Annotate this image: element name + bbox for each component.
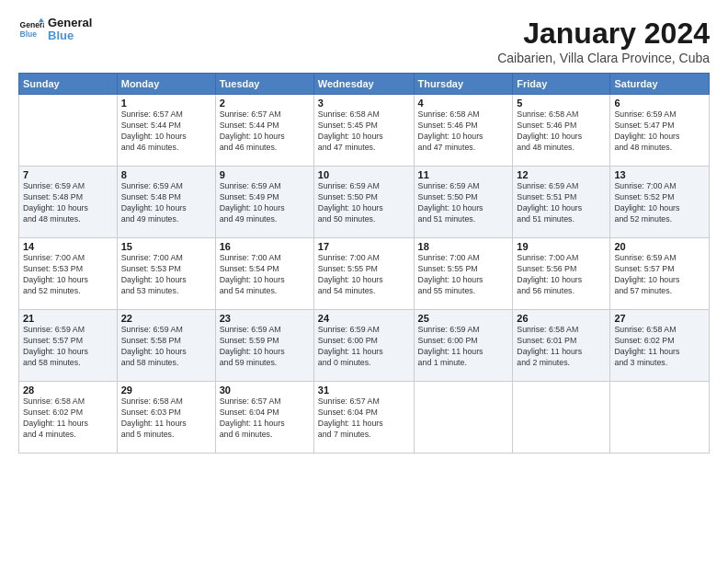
day-number: 14 [23, 241, 113, 252]
day-number: 28 [23, 385, 113, 396]
day-info: Sunrise: 6:59 AMSunset: 5:47 PMDaylight:… [614, 109, 705, 154]
day-number: 5 [517, 98, 606, 109]
weekday-header: Wednesday [313, 74, 414, 95]
day-number: 13 [614, 169, 705, 180]
calendar-cell: 1Sunrise: 6:57 AMSunset: 5:44 PMDaylight… [117, 95, 215, 167]
day-info: Sunrise: 6:58 AMSunset: 6:02 PMDaylight:… [614, 325, 705, 369]
day-number: 30 [220, 385, 310, 396]
calendar-cell: 24Sunrise: 6:59 AMSunset: 6:00 PMDayligh… [313, 310, 414, 382]
calendar-week-row: 7Sunrise: 6:59 AMSunset: 5:48 PMDaylight… [19, 167, 710, 238]
weekday-header: Sunday [19, 74, 118, 95]
day-info: Sunrise: 6:58 AMSunset: 6:01 PMDaylight:… [517, 325, 606, 369]
calendar-cell: 30Sunrise: 6:57 AMSunset: 6:04 PMDayligh… [215, 382, 313, 454]
calendar-cell: 2Sunrise: 6:57 AMSunset: 5:44 PMDaylight… [215, 95, 313, 167]
day-info: Sunrise: 6:59 AMSunset: 5:48 PMDaylight:… [121, 181, 211, 225]
calendar-cell: 27Sunrise: 6:58 AMSunset: 6:02 PMDayligh… [610, 310, 710, 382]
logo: General Blue General Blue [18, 17, 92, 43]
day-info: Sunrise: 6:58 AMSunset: 5:46 PMDaylight:… [517, 109, 606, 154]
day-number: 4 [418, 98, 509, 109]
day-info: Sunrise: 6:57 AMSunset: 5:44 PMDaylight:… [220, 109, 310, 154]
calendar-cell: 11Sunrise: 6:59 AMSunset: 5:50 PMDayligh… [414, 167, 513, 238]
day-info: Sunrise: 6:58 AMSunset: 6:03 PMDaylight:… [121, 396, 211, 441]
calendar-cell: 23Sunrise: 6:59 AMSunset: 5:59 PMDayligh… [215, 310, 313, 382]
weekday-header: Saturday [610, 74, 710, 95]
day-info: Sunrise: 6:59 AMSunset: 5:57 PMDaylight:… [23, 325, 113, 369]
day-info: Sunrise: 7:00 AMSunset: 5:52 PMDaylight:… [614, 181, 705, 225]
day-number: 12 [517, 169, 606, 180]
day-info: Sunrise: 6:59 AMSunset: 5:50 PMDaylight:… [418, 181, 509, 225]
calendar-cell: 14Sunrise: 7:00 AMSunset: 5:53 PMDayligh… [19, 238, 118, 310]
calendar-cell: 3Sunrise: 6:58 AMSunset: 5:45 PMDaylight… [313, 95, 414, 167]
day-info: Sunrise: 6:59 AMSunset: 5:50 PMDaylight:… [318, 181, 410, 225]
day-number: 16 [220, 241, 310, 252]
day-info: Sunrise: 6:59 AMSunset: 5:59 PMDaylight:… [220, 325, 310, 369]
day-info: Sunrise: 6:58 AMSunset: 5:46 PMDaylight:… [418, 109, 509, 154]
title-section: January 2024 Caibarien, Villa Clara Prov… [497, 17, 710, 65]
calendar-cell: 18Sunrise: 7:00 AMSunset: 5:55 PMDayligh… [414, 238, 513, 310]
svg-text:Blue: Blue [20, 29, 38, 39]
day-number: 26 [517, 313, 606, 324]
day-number: 6 [614, 98, 705, 109]
day-number: 9 [220, 169, 310, 180]
calendar-cell: 26Sunrise: 6:58 AMSunset: 6:01 PMDayligh… [513, 310, 610, 382]
location: Caibarien, Villa Clara Province, Cuba [497, 51, 710, 65]
calendar-table: SundayMondayTuesdayWednesdayThursdayFrid… [18, 73, 710, 454]
day-number: 27 [614, 313, 705, 324]
day-number: 3 [318, 98, 410, 109]
day-info: Sunrise: 6:59 AMSunset: 6:00 PMDaylight:… [318, 325, 410, 369]
weekday-header: Tuesday [215, 74, 313, 95]
calendar-cell: 21Sunrise: 6:59 AMSunset: 5:57 PMDayligh… [19, 310, 118, 382]
day-number: 17 [318, 241, 410, 252]
weekday-header: Thursday [414, 74, 513, 95]
day-info: Sunrise: 6:59 AMSunset: 5:48 PMDaylight:… [23, 181, 113, 225]
day-number: 7 [23, 169, 113, 180]
calendar-cell: 19Sunrise: 7:00 AMSunset: 5:56 PMDayligh… [513, 238, 610, 310]
calendar-cell: 20Sunrise: 6:59 AMSunset: 5:57 PMDayligh… [610, 238, 710, 310]
calendar-cell [610, 382, 710, 454]
calendar-cell: 8Sunrise: 6:59 AMSunset: 5:48 PMDaylight… [117, 167, 215, 238]
day-info: Sunrise: 6:59 AMSunset: 6:00 PMDaylight:… [418, 325, 509, 369]
logo-line2: Blue [48, 29, 92, 42]
day-info: Sunrise: 7:00 AMSunset: 5:53 PMDaylight:… [23, 253, 113, 297]
calendar-cell: 25Sunrise: 6:59 AMSunset: 6:00 PMDayligh… [414, 310, 513, 382]
logo-line1: General [48, 17, 92, 29]
calendar-cell: 10Sunrise: 6:59 AMSunset: 5:50 PMDayligh… [313, 167, 414, 238]
day-info: Sunrise: 6:57 AMSunset: 5:44 PMDaylight:… [121, 109, 211, 154]
day-info: Sunrise: 6:57 AMSunset: 6:04 PMDaylight:… [318, 396, 410, 441]
day-number: 22 [121, 313, 211, 324]
day-number: 21 [23, 313, 113, 324]
day-info: Sunrise: 7:00 AMSunset: 5:56 PMDaylight:… [517, 253, 606, 297]
day-info: Sunrise: 6:57 AMSunset: 6:04 PMDaylight:… [220, 396, 310, 441]
calendar-cell: 7Sunrise: 6:59 AMSunset: 5:48 PMDaylight… [19, 167, 118, 238]
day-number: 24 [318, 313, 410, 324]
calendar-cell [414, 382, 513, 454]
day-number: 23 [220, 313, 310, 324]
day-number: 25 [418, 313, 509, 324]
weekday-header: Monday [117, 74, 215, 95]
day-info: Sunrise: 7:00 AMSunset: 5:55 PMDaylight:… [418, 253, 509, 297]
calendar-week-row: 1Sunrise: 6:57 AMSunset: 5:44 PMDaylight… [19, 95, 710, 167]
calendar-cell: 31Sunrise: 6:57 AMSunset: 6:04 PMDayligh… [313, 382, 414, 454]
day-number: 31 [318, 385, 410, 396]
calendar-cell [513, 382, 610, 454]
day-info: Sunrise: 6:58 AMSunset: 6:02 PMDaylight:… [23, 396, 113, 441]
day-number: 29 [121, 385, 211, 396]
day-info: Sunrise: 7:00 AMSunset: 5:53 PMDaylight:… [121, 253, 211, 297]
day-number: 2 [220, 98, 310, 109]
calendar-week-row: 28Sunrise: 6:58 AMSunset: 6:02 PMDayligh… [19, 382, 710, 454]
calendar-cell: 29Sunrise: 6:58 AMSunset: 6:03 PMDayligh… [117, 382, 215, 454]
month-title: January 2024 [497, 17, 710, 51]
calendar-cell: 4Sunrise: 6:58 AMSunset: 5:46 PMDaylight… [414, 95, 513, 167]
calendar-cell: 9Sunrise: 6:59 AMSunset: 5:49 PMDaylight… [215, 167, 313, 238]
day-number: 11 [418, 169, 509, 180]
calendar-week-row: 21Sunrise: 6:59 AMSunset: 5:57 PMDayligh… [19, 310, 710, 382]
day-number: 20 [614, 241, 705, 252]
day-info: Sunrise: 6:58 AMSunset: 5:45 PMDaylight:… [318, 109, 410, 154]
calendar-week-row: 14Sunrise: 7:00 AMSunset: 5:53 PMDayligh… [19, 238, 710, 310]
day-info: Sunrise: 6:59 AMSunset: 5:49 PMDaylight:… [220, 181, 310, 225]
calendar-cell: 28Sunrise: 6:58 AMSunset: 6:02 PMDayligh… [19, 382, 118, 454]
day-number: 15 [121, 241, 211, 252]
calendar-cell [19, 95, 118, 167]
day-number: 19 [517, 241, 606, 252]
calendar-cell: 17Sunrise: 7:00 AMSunset: 5:55 PMDayligh… [313, 238, 414, 310]
